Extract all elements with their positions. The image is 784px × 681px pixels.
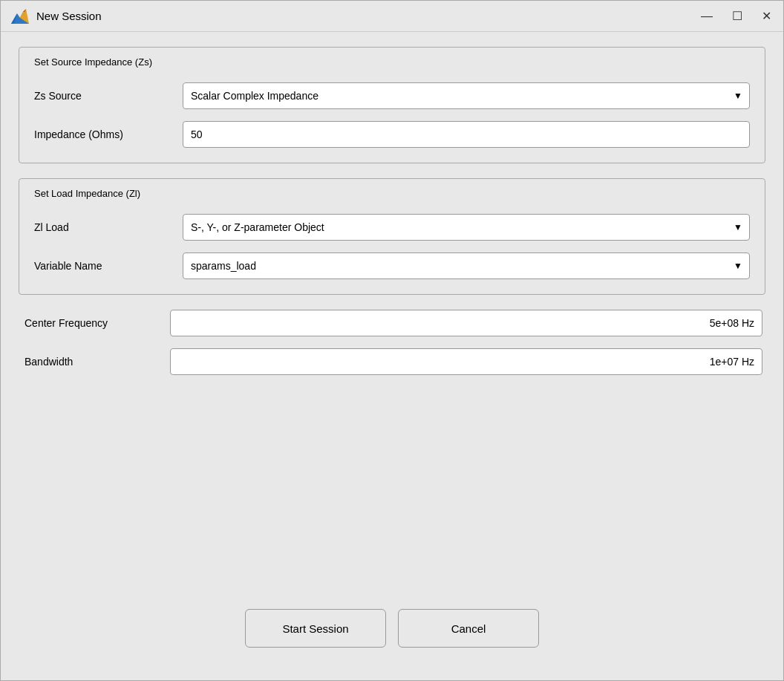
bandwidth-label: Bandwidth: [22, 356, 170, 368]
center-frequency-row: Center Frequency: [22, 310, 762, 336]
maximize-button[interactable]: ☐: [729, 9, 745, 24]
center-frequency-input[interactable]: [170, 310, 762, 336]
zs-source-select-wrapper: Scalar Complex Impedance S-, Y-, or Z-pa…: [183, 82, 750, 109]
window-controls: — ☐ ✕: [698, 9, 774, 24]
variable-name-select[interactable]: sparams_load: [183, 252, 750, 279]
variable-name-row: Variable Name sparams_load ▼: [34, 252, 750, 279]
main-window: New Session — ☐ ✕ Set Source Impedance (…: [0, 0, 784, 681]
load-impedance-title: Set Load Impedance (Zl): [34, 188, 750, 202]
load-impedance-group: Set Load Impedance (Zl) Zl Load Scalar C…: [19, 178, 765, 295]
matlab-logo-icon: [10, 6, 30, 27]
close-button[interactable]: ✕: [759, 9, 774, 24]
zl-load-label: Zl Load: [34, 221, 183, 233]
zs-source-select[interactable]: Scalar Complex Impedance S-, Y-, or Z-pa…: [183, 82, 750, 109]
footer-buttons: Start Session Cancel: [19, 597, 765, 665]
source-impedance-title: Set Source Impedance (Zs): [34, 56, 750, 71]
zl-load-select-wrapper: Scalar Complex Impedance S-, Y-, or Z-pa…: [183, 214, 750, 241]
zl-load-row: Zl Load Scalar Complex Impedance S-, Y-,…: [34, 214, 750, 241]
bandwidth-row: Bandwidth: [22, 348, 762, 375]
zs-source-row: Zs Source Scalar Complex Impedance S-, Y…: [34, 82, 750, 109]
bottom-fields: Center Frequency Bandwidth: [19, 310, 765, 381]
impedance-input[interactable]: [183, 121, 750, 148]
title-bar: New Session — ☐ ✕: [1, 1, 783, 32]
variable-name-select-wrapper: sparams_load ▼: [183, 252, 750, 279]
zl-load-select[interactable]: Scalar Complex Impedance S-, Y-, or Z-pa…: [183, 214, 750, 241]
minimize-button[interactable]: —: [698, 9, 716, 24]
bandwidth-input[interactable]: [170, 348, 762, 375]
window-title: New Session: [36, 10, 698, 22]
source-impedance-group: Set Source Impedance (Zs) Zs Source Scal…: [19, 47, 765, 163]
center-frequency-label: Center Frequency: [22, 317, 170, 329]
start-session-button[interactable]: Start Session: [245, 609, 386, 648]
main-content: Set Source Impedance (Zs) Zs Source Scal…: [1, 32, 783, 680]
impedance-label: Impedance (Ohms): [34, 128, 183, 140]
variable-name-label: Variable Name: [34, 260, 183, 272]
cancel-button[interactable]: Cancel: [398, 609, 539, 648]
zs-source-label: Zs Source: [34, 90, 183, 102]
impedance-row: Impedance (Ohms): [34, 121, 750, 148]
